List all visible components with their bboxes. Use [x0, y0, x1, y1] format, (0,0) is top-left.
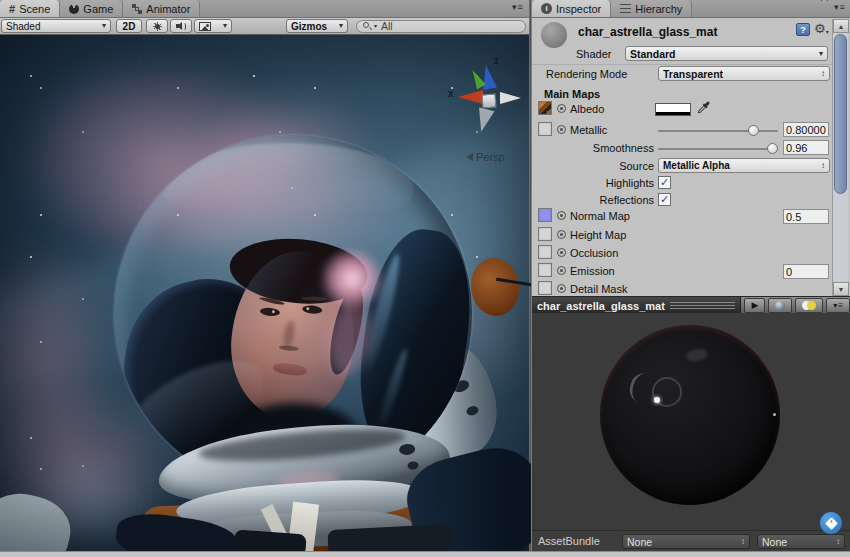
gear-icon[interactable]: ⚙▾ — [814, 21, 829, 36]
normal-map-value-field[interactable] — [783, 209, 829, 224]
scene-orientation-gizmo[interactable]: z x Persp — [448, 57, 531, 172]
drag-handle[interactable] — [670, 302, 736, 309]
scroll-up-button[interactable]: ▲ — [833, 19, 849, 33]
gizmos-label: Gizmos — [291, 21, 327, 32]
scroll-down-button[interactable]: ▼ — [833, 282, 849, 296]
updown-arrow-icon: ↕ — [836, 537, 840, 546]
tab-animator[interactable]: Animator — [123, 0, 200, 17]
albedo-target-icon[interactable] — [557, 104, 566, 113]
tab-hierarchy[interactable]: Hierarchy — [611, 0, 692, 17]
gizmo-persp-label[interactable]: Persp — [466, 151, 505, 163]
assetbundle-bar: AssetBundle None ↕ None ↕ — [532, 530, 850, 551]
speaker-icon — [176, 22, 186, 31]
occlusion-thumbnail[interactable] — [538, 245, 552, 259]
persp-cube-icon — [466, 153, 473, 161]
normal-map-thumbnail[interactable] — [538, 208, 552, 222]
shader-dropdown[interactable]: Standard ▾ — [625, 46, 828, 61]
normal-map-label: Normal Map — [570, 210, 630, 222]
inspector-tab-bar: i Inspector Hierarchy — [532, 0, 850, 18]
scene-effects-dropdown[interactable]: ▾ — [194, 19, 232, 33]
chevron-down-icon: ▾ — [223, 22, 227, 30]
occlusion-target-icon[interactable] — [557, 248, 566, 257]
reflections-label: Reflections — [532, 194, 654, 206]
scene-tab-bar: # Scene Game Animator — [0, 0, 531, 18]
scrollbar-thumb[interactable] — [834, 34, 847, 194]
inspector-scrollbar[interactable]: ▲ ▼ — [832, 19, 848, 296]
preview-title-bar[interactable]: char_astrella_glass_mat — [532, 297, 741, 314]
emission-value-field[interactable] — [783, 264, 829, 279]
animator-icon — [132, 4, 142, 14]
metallic-value-field[interactable] — [783, 122, 829, 137]
scene-viewport[interactable]: z x Persp — [0, 35, 531, 551]
tab-game-label: Game — [83, 3, 113, 15]
reflections-checkbox[interactable]: ✓ — [658, 193, 671, 206]
updown-arrow-icon: ↕ — [821, 69, 825, 78]
material-preview-sphere — [600, 325, 780, 505]
scene-search-field[interactable]: ▾ — [356, 20, 526, 33]
metallic-texture-thumbnail[interactable] — [538, 122, 552, 136]
chevron-down-icon: ▾ — [819, 50, 823, 58]
emission-thumbnail[interactable] — [538, 263, 552, 277]
highlights-checkbox[interactable]: ✓ — [658, 176, 671, 189]
gizmo-center-cube[interactable] — [482, 94, 497, 109]
detail-mask-target-icon[interactable] — [557, 284, 566, 293]
gizmo-axis-front-icon[interactable] — [473, 107, 494, 133]
tab-scene[interactable]: # Scene — [0, 0, 60, 17]
smoothness-value-field[interactable] — [783, 140, 829, 155]
normal-map-target-icon[interactable] — [557, 211, 566, 220]
detail-mask-label: Detail Mask — [570, 283, 627, 295]
gizmo-x-axis-icon[interactable] — [458, 90, 483, 104]
preview-lighting-button[interactable] — [795, 298, 823, 313]
search-input[interactable] — [379, 19, 519, 33]
height-map-label: Height Map — [570, 229, 626, 241]
rendering-mode-label: Rendering Mode — [546, 68, 627, 80]
play-icon: ▶ — [751, 301, 758, 310]
sun-icon — [153, 22, 162, 31]
preview-menu-button[interactable]: ▾≡ — [826, 298, 850, 313]
scene-toolbar: Shaded ▾ 2D ▾ Gizmos — [0, 18, 531, 35]
eyedropper-icon[interactable] — [697, 101, 711, 117]
shading-mode-label: Shaded — [6, 21, 40, 32]
help-icon[interactable]: ? — [796, 23, 810, 36]
source-dropdown[interactable]: Metallic Alpha ↕ — [658, 158, 830, 173]
preview-sphere-button[interactable] — [768, 298, 792, 313]
rendering-mode-dropdown[interactable]: Transparent ↕ — [658, 66, 830, 81]
detail-mask-thumbnail[interactable] — [538, 281, 552, 295]
albedo-texture-thumbnail[interactable] — [538, 101, 552, 115]
gizmos-dropdown[interactable]: Gizmos ▾ — [286, 19, 348, 33]
tab-inspector-label: Inspector — [556, 3, 601, 15]
tab-game[interactable]: Game — [60, 0, 123, 17]
shading-mode-dropdown[interactable]: Shaded ▾ — [1, 19, 111, 33]
asset-labels-button[interactable] — [820, 512, 842, 534]
inspector-pane-menu-icon[interactable]: ▾≡ — [834, 3, 845, 12]
shader-label: Shader — [576, 48, 611, 60]
assetbundle-dropdown[interactable]: None ↕ — [622, 534, 750, 549]
metallic-slider[interactable] — [658, 130, 778, 132]
scene-audio-button[interactable] — [170, 19, 192, 33]
assetbundle-variant-dropdown[interactable]: None ↕ — [757, 534, 845, 549]
sphere-reflection-smudge — [685, 347, 709, 363]
gizmo-axis-white-icon[interactable] — [500, 92, 521, 104]
height-map-target-icon[interactable] — [557, 230, 566, 239]
smoothness-slider[interactable] — [658, 148, 778, 150]
metallic-slider-knob[interactable] — [748, 125, 759, 136]
preview-play-button[interactable]: ▶ — [744, 298, 765, 313]
scene-lighting-button[interactable] — [146, 19, 168, 33]
tab-inspector[interactable]: i Inspector — [532, 0, 611, 17]
albedo-color-swatch[interactable] — [655, 103, 691, 116]
smoothness-slider-knob[interactable] — [767, 143, 778, 154]
metallic-label: Metallic — [570, 124, 607, 136]
assetbundle-variant-value: None — [762, 536, 836, 548]
source-value: Metallic Alpha — [663, 160, 821, 171]
material-preview-area[interactable] — [532, 313, 850, 530]
gizmo-x-label: x — [448, 88, 454, 99]
2d-toggle-button[interactable]: 2D — [116, 19, 142, 33]
height-map-thumbnail[interactable] — [538, 227, 552, 241]
material-name: char_astrella_glass_mat — [578, 25, 717, 39]
chevron-down-icon: ▾ — [339, 22, 343, 30]
check-icon: ✓ — [660, 194, 669, 205]
scene-pane-menu-icon[interactable]: ▾≡ — [512, 3, 523, 12]
emission-target-icon[interactable] — [557, 266, 566, 275]
metallic-target-icon[interactable] — [557, 125, 566, 134]
dual-circle-icon — [802, 301, 816, 310]
